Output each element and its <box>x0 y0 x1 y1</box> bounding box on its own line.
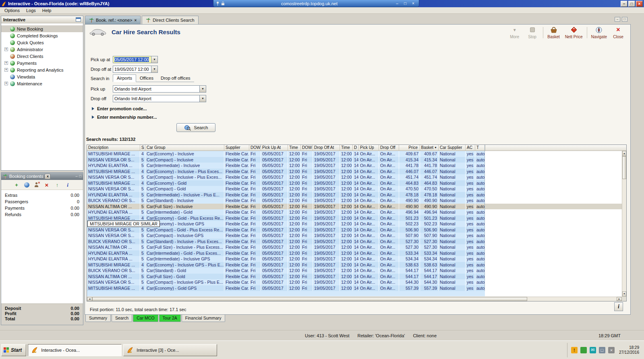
membership-expander[interactable]: Enter membership number... <box>92 115 157 120</box>
close-results-button[interactable]: × Close <box>609 26 627 39</box>
table-row[interactable]: MITSUBISHI MIRAGE ... 4 Car(Economy) - G… <box>87 285 622 291</box>
table-row[interactable]: NISSAN ALTIMA OR ... 5 Car(Full Size) - … <box>87 204 622 210</box>
horizontal-scrollbar[interactable]: ◄ ► <box>87 297 622 301</box>
taskbar-clock[interactable]: 18:29 27/12/2016 <box>617 345 639 355</box>
scroll-up-icon[interactable]: ▲ <box>622 151 626 156</box>
minimize-button[interactable]: – <box>621 1 627 7</box>
document-tab[interactable]: Book. ref.: <none> × <box>85 16 141 24</box>
dropoff-combo-dropdown[interactable]: ▼ <box>200 95 206 102</box>
table-row[interactable]: MITSUBISHI MIRAGE ... 4 Car(Economy) - G… <box>87 180 622 186</box>
export-icon[interactable]: ↑ <box>54 182 60 188</box>
volume-muted-icon[interactable]: × <box>608 347 615 353</box>
sidebar-item[interactable]: + Quick Quotes <box>1 39 83 46</box>
scroll-right-icon[interactable]: ► <box>617 297 622 301</box>
bottom-tab[interactable]: Tour 2A <box>159 315 181 322</box>
tab-restore-icon[interactable]: □ <box>622 17 627 22</box>
pickup-at-field[interactable]: 05/05/2017 12:00 <box>113 56 151 63</box>
search-in-tab[interactable]: Drop off offices <box>157 75 194 82</box>
tab-close-icon[interactable]: × <box>135 18 137 23</box>
scroll-down-icon[interactable]: ▼ <box>622 291 626 297</box>
dropoff-at-dropdown[interactable]: ▼ <box>151 66 158 73</box>
table-row[interactable]: NISSAN VERSA OR S... 5 Car(Compact) - In… <box>87 279 622 285</box>
search-button[interactable]: Search <box>176 123 215 132</box>
task-button[interactable]: Interactive - Ocea... <box>28 344 122 356</box>
table-row[interactable]: MITSUBISHI MIRAGE ... 4 Car(Economy) - G… <box>87 215 622 221</box>
expand-icon[interactable]: + <box>4 68 8 72</box>
pin-icon[interactable] <box>216 1 219 6</box>
search-in-tab[interactable]: Offices <box>136 75 157 82</box>
rdp-restore-button[interactable]: □ <box>402 1 408 6</box>
table-row[interactable]: NISSAN VERSA OR S... 5 Car(Compact) - Go… <box>87 186 622 192</box>
bottom-tab[interactable]: Financial Summary <box>182 315 225 322</box>
table-row[interactable]: NISSAN ALTIMA OR ... 5 Car(Full Size) - … <box>87 244 622 250</box>
expand-icon[interactable]: + <box>4 61 8 65</box>
table-row[interactable]: NISSAN ALTIMA OR ... 5 Car(Full Size) - … <box>87 274 622 280</box>
sidebar-item[interactable]: + Reporting and Analytics <box>1 66 83 73</box>
bottom-tab[interactable]: Summary <box>85 315 111 322</box>
column-header[interactable]: Car Supplier <box>439 145 466 151</box>
column-header[interactable]: Description <box>87 145 140 151</box>
globe-icon[interactable] <box>24 182 29 188</box>
column-header[interactable]: Drop Off At <box>313 145 340 151</box>
task-button[interactable]: Interactive [3] - Oce... <box>123 344 217 356</box>
column-header[interactable]: D <box>353 145 359 151</box>
sidebar-item[interactable]: + Completed Bookings <box>1 32 83 39</box>
stop-button[interactable]: Stop <box>524 26 541 39</box>
delete-icon[interactable]: × <box>44 182 50 188</box>
basket-button[interactable]: Basket <box>545 26 563 39</box>
maximize-button[interactable]: □ <box>628 1 635 7</box>
table-row[interactable]: BUICK VERANO OR S... 5 Car(Standard) - G… <box>87 268 622 274</box>
vertical-scroll-thumb[interactable] <box>622 156 626 179</box>
column-header[interactable]: DOW <box>249 145 261 151</box>
column-header[interactable]: AC <box>466 145 475 151</box>
table-row[interactable]: BUICK VERANO OR S... 5 Car(Standard) - I… <box>87 239 622 245</box>
pickup-combo-dropdown[interactable]: ▼ <box>200 85 206 93</box>
table-row[interactable]: HYUNDAI ELANTRA ... 5 Car(Intermediate) … <box>87 163 622 169</box>
more-button[interactable]: ▼ More <box>506 26 524 39</box>
sidebar-item[interactable]: + Maintenance <box>1 80 83 87</box>
remove-client-icon[interactable]: × <box>34 182 39 188</box>
table-row[interactable]: HYUNDAI ELANTRA ... 5 Car(Intermediate) … <box>87 250 622 256</box>
nett-price-button[interactable]: Nett Price <box>563 26 585 39</box>
column-header[interactable]: S <box>140 145 145 151</box>
table-row[interactable]: HYUNDAI ELANTRA ... 5 Car(Intermediate) … <box>87 209 622 215</box>
sidebar-item[interactable]: + Direct Clients <box>1 53 83 60</box>
menu-item[interactable]: Help <box>39 8 55 13</box>
info-button[interactable]: i <box>614 302 623 311</box>
table-row[interactable]: HYUNDAI ELANTRA ... 5 Car(Intermediate) … <box>87 192 622 198</box>
sidebar-item[interactable]: + New Booking <box>1 25 83 32</box>
table-row[interactable]: MITSUBISHI MIRAGE ... 4 Car(Economy) - I… <box>87 151 622 157</box>
expand-icon[interactable]: + <box>4 47 8 51</box>
network-icon[interactable] <box>580 347 587 353</box>
bottom-tab[interactable]: Car MCO <box>133 315 158 322</box>
column-header[interactable]: Pick Up <box>359 145 379 151</box>
sidebar-item[interactable]: + Payments <box>1 60 83 66</box>
column-header[interactable]: Basket ▼ <box>420 145 439 151</box>
search-in-tab[interactable]: Airports <box>113 74 136 82</box>
start-button[interactable]: Start <box>1 344 26 356</box>
expand-icon[interactable]: + <box>4 82 8 85</box>
horizontal-scroll-thumb[interactable] <box>92 297 527 301</box>
document-tab[interactable]: Direct Clients Search × <box>142 16 198 24</box>
mail-icon[interactable]: ✉ <box>590 347 596 353</box>
table-row[interactable]: NISSAN VERSA OR S... 5 Car(Compact) - In… <box>87 174 622 180</box>
booking-minimize-icon[interactable]: – <box>76 174 78 178</box>
add-icon[interactable]: + <box>14 182 20 188</box>
pickup-combo[interactable]: Orlando Intl Airport <box>113 85 200 93</box>
sidebar-minimize-icon[interactable] <box>76 17 81 22</box>
column-header[interactable]: Pick Up At <box>261 145 288 151</box>
column-header[interactable]: Drop Off <box>379 145 399 151</box>
table-row[interactable]: NISSAN VERSA OR S... 5 Car(Compact) - In… <box>87 157 622 163</box>
scroll-left-icon[interactable]: ◄ <box>87 297 92 301</box>
column-header[interactable]: Car Group <box>145 145 224 151</box>
table-row[interactable]: HYUNDAI ELANTRA ... 5 Car(Intermediate) … <box>87 256 622 262</box>
table-row[interactable]: BUICK VERANO OR S... 5 Car(Standard) - I… <box>87 198 622 204</box>
display-icon[interactable]: □ <box>599 347 605 353</box>
rdp-minimize-button[interactable]: – <box>394 1 400 6</box>
column-header[interactable]: Time <box>340 145 353 151</box>
menu-item[interactable]: Options <box>1 8 23 13</box>
table-row[interactable]: MITSUBISHI MIRAGE ... 4 Car(Economy) - I… <box>87 169 622 175</box>
booking-restore-icon[interactable]: □ <box>79 174 81 178</box>
promo-code-expander[interactable]: Enter promotion code... <box>92 106 147 111</box>
column-header[interactable]: DOW <box>301 145 313 151</box>
